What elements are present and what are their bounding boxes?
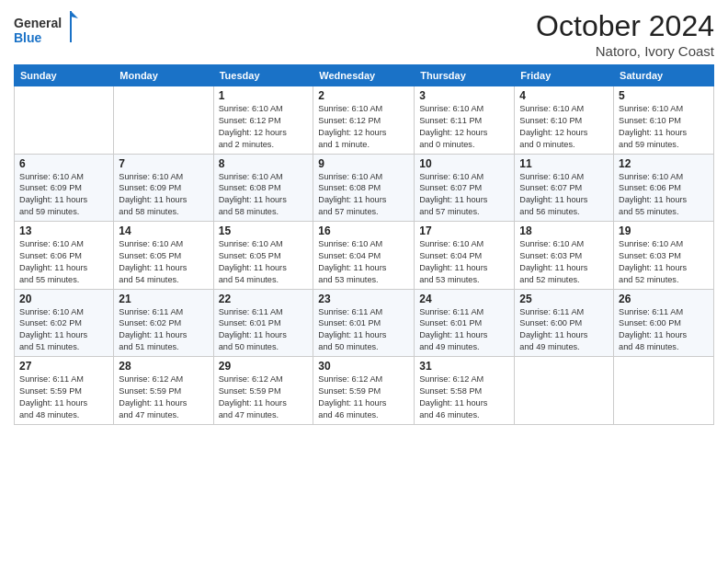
day-info: Sunrise: 6:10 AMSunset: 6:06 PMDaylight:… xyxy=(19,238,108,286)
day-info: Sunrise: 6:10 AMSunset: 6:02 PMDaylight:… xyxy=(19,306,108,354)
day-info: Sunrise: 6:12 AMSunset: 5:59 PMDaylight:… xyxy=(119,373,208,421)
weekday-header-wednesday: Wednesday xyxy=(313,65,415,86)
day-number: 8 xyxy=(219,157,309,170)
location-subtitle: Natoro, Ivory Coast xyxy=(536,43,714,59)
day-number: 20 xyxy=(19,293,108,305)
header: General Blue October 2024 Natoro, Ivory … xyxy=(14,9,714,59)
day-info: Sunrise: 6:10 AMSunset: 6:09 PMDaylight:… xyxy=(119,171,208,219)
day-number: 23 xyxy=(318,293,409,305)
day-number: 25 xyxy=(519,293,609,305)
calendar-cell: 26Sunrise: 6:11 AMSunset: 6:00 PMDayligh… xyxy=(614,289,714,357)
calendar-cell: 20Sunrise: 6:10 AMSunset: 6:02 PMDayligh… xyxy=(15,289,114,357)
day-number: 6 xyxy=(19,157,108,170)
title-block: October 2024 Natoro, Ivory Coast xyxy=(536,9,714,59)
weekday-header-saturday: Saturday xyxy=(614,65,714,86)
calendar-cell: 27Sunrise: 6:11 AMSunset: 5:59 PMDayligh… xyxy=(15,357,114,425)
day-info: Sunrise: 6:10 AMSunset: 6:07 PMDaylight:… xyxy=(419,171,509,219)
day-number: 3 xyxy=(419,89,509,102)
calendar-cell: 3Sunrise: 6:10 AMSunset: 6:11 PMDaylight… xyxy=(415,86,515,155)
calendar-cell: 6Sunrise: 6:10 AMSunset: 6:09 PMDaylight… xyxy=(15,154,114,222)
day-info: Sunrise: 6:11 AMSunset: 5:59 PMDaylight:… xyxy=(19,373,108,421)
calendar-cell: 22Sunrise: 6:11 AMSunset: 6:01 PMDayligh… xyxy=(213,289,313,357)
day-number: 28 xyxy=(119,360,208,373)
day-number: 31 xyxy=(419,360,509,373)
calendar-cell: 18Sunrise: 6:10 AMSunset: 6:03 PMDayligh… xyxy=(515,222,614,290)
day-info: Sunrise: 6:10 AMSunset: 6:12 PMDaylight:… xyxy=(318,103,409,151)
svg-text:General: General xyxy=(14,16,62,30)
day-number: 21 xyxy=(119,293,208,305)
day-number: 22 xyxy=(219,293,309,305)
day-info: Sunrise: 6:10 AMSunset: 6:05 PMDaylight:… xyxy=(119,238,208,286)
day-info: Sunrise: 6:11 AMSunset: 6:01 PMDaylight:… xyxy=(419,306,509,354)
calendar-cell: 14Sunrise: 6:10 AMSunset: 6:05 PMDayligh… xyxy=(114,222,213,290)
day-number: 11 xyxy=(519,157,609,170)
calendar-cell: 11Sunrise: 6:10 AMSunset: 6:07 PMDayligh… xyxy=(515,154,614,222)
logo: General Blue xyxy=(14,9,78,48)
day-info: Sunrise: 6:11 AMSunset: 6:00 PMDaylight:… xyxy=(619,306,709,354)
calendar-table: SundayMondayTuesdayWednesdayThursdayFrid… xyxy=(14,64,714,425)
calendar-cell: 21Sunrise: 6:11 AMSunset: 6:02 PMDayligh… xyxy=(114,289,213,357)
day-info: Sunrise: 6:10 AMSunset: 6:04 PMDaylight:… xyxy=(419,238,509,286)
day-number: 13 xyxy=(19,224,108,237)
calendar-cell: 2Sunrise: 6:10 AMSunset: 6:12 PMDaylight… xyxy=(313,86,415,155)
calendar-cell: 28Sunrise: 6:12 AMSunset: 5:59 PMDayligh… xyxy=(114,357,213,425)
day-info: Sunrise: 6:10 AMSunset: 6:03 PMDaylight:… xyxy=(619,238,709,286)
day-info: Sunrise: 6:10 AMSunset: 6:07 PMDaylight:… xyxy=(519,171,609,219)
day-info: Sunrise: 6:10 AMSunset: 6:09 PMDaylight:… xyxy=(19,171,108,219)
day-number: 2 xyxy=(318,89,409,102)
day-number: 5 xyxy=(619,89,709,102)
calendar-cell: 12Sunrise: 6:10 AMSunset: 6:06 PMDayligh… xyxy=(614,154,714,222)
calendar-cell: 7Sunrise: 6:10 AMSunset: 6:09 PMDaylight… xyxy=(114,154,213,222)
calendar-cell: 15Sunrise: 6:10 AMSunset: 6:05 PMDayligh… xyxy=(213,222,313,290)
day-info: Sunrise: 6:12 AMSunset: 5:58 PMDaylight:… xyxy=(419,373,509,421)
day-info: Sunrise: 6:10 AMSunset: 6:06 PMDaylight:… xyxy=(619,171,709,219)
calendar-week-row: 6Sunrise: 6:10 AMSunset: 6:09 PMDaylight… xyxy=(15,154,714,222)
calendar-cell: 16Sunrise: 6:10 AMSunset: 6:04 PMDayligh… xyxy=(313,222,415,290)
calendar-cell: 23Sunrise: 6:11 AMSunset: 6:01 PMDayligh… xyxy=(313,289,415,357)
calendar-week-row: 20Sunrise: 6:10 AMSunset: 6:02 PMDayligh… xyxy=(15,289,714,357)
calendar-cell: 1Sunrise: 6:10 AMSunset: 6:12 PMDaylight… xyxy=(213,86,313,155)
calendar-page: General Blue October 2024 Natoro, Ivory … xyxy=(0,0,728,563)
logo-svg: General Blue xyxy=(14,9,78,48)
day-info: Sunrise: 6:10 AMSunset: 6:08 PMDaylight:… xyxy=(219,171,309,219)
day-number: 26 xyxy=(619,293,709,305)
weekday-header-friday: Friday xyxy=(515,65,614,86)
calendar-cell: 13Sunrise: 6:10 AMSunset: 6:06 PMDayligh… xyxy=(15,222,114,290)
calendar-cell: 4Sunrise: 6:10 AMSunset: 6:10 PMDaylight… xyxy=(515,86,614,155)
calendar-cell xyxy=(515,357,614,425)
day-number: 29 xyxy=(219,360,309,373)
day-info: Sunrise: 6:10 AMSunset: 6:08 PMDaylight:… xyxy=(318,171,409,219)
weekday-header-monday: Monday xyxy=(114,65,213,86)
calendar-cell: 17Sunrise: 6:10 AMSunset: 6:04 PMDayligh… xyxy=(415,222,515,290)
day-number: 27 xyxy=(19,360,108,373)
calendar-cell xyxy=(15,86,114,155)
calendar-cell: 8Sunrise: 6:10 AMSunset: 6:08 PMDaylight… xyxy=(213,154,313,222)
weekday-header-row: SundayMondayTuesdayWednesdayThursdayFrid… xyxy=(15,65,714,86)
month-title: October 2024 xyxy=(536,9,714,43)
day-info: Sunrise: 6:10 AMSunset: 6:04 PMDaylight:… xyxy=(318,238,409,286)
svg-marker-2 xyxy=(71,11,78,18)
calendar-cell xyxy=(614,357,714,425)
calendar-cell: 24Sunrise: 6:11 AMSunset: 6:01 PMDayligh… xyxy=(415,289,515,357)
calendar-cell: 30Sunrise: 6:12 AMSunset: 5:59 PMDayligh… xyxy=(313,357,415,425)
day-info: Sunrise: 6:12 AMSunset: 5:59 PMDaylight:… xyxy=(219,373,309,421)
day-number: 10 xyxy=(419,157,509,170)
day-info: Sunrise: 6:11 AMSunset: 6:01 PMDaylight:… xyxy=(219,306,309,354)
day-number: 15 xyxy=(219,224,309,237)
day-number: 19 xyxy=(619,224,709,237)
calendar-cell: 9Sunrise: 6:10 AMSunset: 6:08 PMDaylight… xyxy=(313,154,415,222)
day-number: 12 xyxy=(619,157,709,170)
day-number: 30 xyxy=(318,360,409,373)
day-number: 24 xyxy=(419,293,509,305)
day-number: 18 xyxy=(519,224,609,237)
day-number: 7 xyxy=(119,157,208,170)
calendar-cell: 31Sunrise: 6:12 AMSunset: 5:58 PMDayligh… xyxy=(415,357,515,425)
day-info: Sunrise: 6:11 AMSunset: 6:01 PMDaylight:… xyxy=(318,306,409,354)
day-info: Sunrise: 6:10 AMSunset: 6:05 PMDaylight:… xyxy=(219,238,309,286)
day-number: 17 xyxy=(419,224,509,237)
day-info: Sunrise: 6:10 AMSunset: 6:03 PMDaylight:… xyxy=(519,238,609,286)
calendar-cell: 29Sunrise: 6:12 AMSunset: 5:59 PMDayligh… xyxy=(213,357,313,425)
calendar-week-row: 1Sunrise: 6:10 AMSunset: 6:12 PMDaylight… xyxy=(15,86,714,155)
day-info: Sunrise: 6:12 AMSunset: 5:59 PMDaylight:… xyxy=(318,373,409,421)
day-info: Sunrise: 6:10 AMSunset: 6:10 PMDaylight:… xyxy=(519,103,609,151)
